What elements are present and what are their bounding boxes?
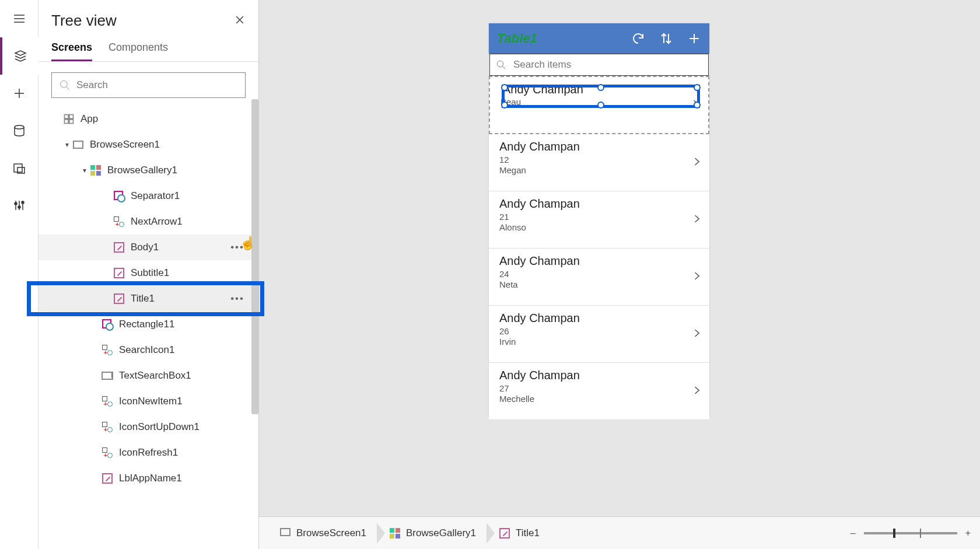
node-label: Title1 xyxy=(131,293,155,305)
left-iconbar xyxy=(0,0,38,549)
item-subtitle: 12 xyxy=(499,155,701,165)
hamburger-icon[interactable] xyxy=(0,0,38,37)
gallery-item[interactable]: Andy Champan24Neta xyxy=(489,249,709,306)
item-title: Andy Champan xyxy=(499,312,701,325)
tree-node-Subtitle1[interactable]: Subtitle1 xyxy=(38,260,258,286)
breadcrumb-label: BrowseScreen1 xyxy=(296,527,366,539)
svg-line-27 xyxy=(502,66,505,69)
zoom-slider[interactable] xyxy=(864,532,957,534)
zoom-out-button[interactable]: – xyxy=(850,528,856,538)
insert-icon[interactable] xyxy=(0,75,38,112)
node-icon: + xyxy=(102,396,113,407)
tree-search-input[interactable]: Search xyxy=(51,72,246,98)
search-icon xyxy=(59,79,71,91)
node-icon xyxy=(113,242,125,253)
node-icon xyxy=(113,293,125,305)
node-label: BrowseScreen1 xyxy=(90,139,160,151)
svg-point-5 xyxy=(15,125,24,129)
gallery-item[interactable]: Andy Champan27Mechelle xyxy=(489,363,709,420)
svg-rect-18 xyxy=(65,115,69,119)
gallery-item[interactable]: Andy Champan12Megan xyxy=(489,134,709,191)
tree-node-App[interactable]: App xyxy=(38,106,258,132)
panel-title: Tree view xyxy=(51,12,117,30)
media-icon[interactable] xyxy=(0,149,38,187)
tree-node-IconNewItem1[interactable]: +IconNewItem1 xyxy=(38,389,258,414)
chevron-down-icon[interactable]: ▾ xyxy=(62,141,72,149)
selection-box[interactable] xyxy=(502,85,700,108)
advanced-icon[interactable] xyxy=(0,187,38,224)
chevron-right-icon[interactable] xyxy=(691,213,702,227)
item-subtitle: 21 xyxy=(499,212,701,222)
tree-node-IconSortUpDown1[interactable]: +IconSortUpDown1 xyxy=(38,414,258,440)
data-icon[interactable] xyxy=(0,112,38,149)
sort-icon[interactable] xyxy=(659,32,673,46)
svg-line-17 xyxy=(66,87,69,90)
tree-node-IconRefresh1[interactable]: +IconRefresh1 xyxy=(38,440,258,466)
svg-point-16 xyxy=(61,81,68,88)
more-icon[interactable]: ••• xyxy=(230,242,244,253)
tab-components[interactable]: Components xyxy=(108,41,168,61)
chevron-down-icon[interactable]: ▾ xyxy=(79,166,90,174)
svg-point-11 xyxy=(15,202,17,205)
node-icon xyxy=(63,113,75,125)
zoom-in-button[interactable]: + xyxy=(965,528,971,538)
tree-view-panel: Tree view Screens Components Search App▾… xyxy=(38,0,259,549)
breadcrumb: BrowseScreen1BrowseGallery1Title1.crumb:… xyxy=(268,517,551,550)
node-label: LblAppName1 xyxy=(119,473,182,484)
breadcrumb-Title1[interactable]: Title1.crumb:last-child::after{display:n… xyxy=(488,517,551,550)
chevron-right-icon[interactable] xyxy=(691,384,702,398)
node-label: Separator1 xyxy=(131,190,180,202)
breadcrumb-label: Title1 xyxy=(516,527,540,539)
app-preview: Table1 Search items Andy ChampanBeauAndy… xyxy=(489,23,709,417)
node-label: App xyxy=(80,113,98,125)
chevron-right-icon[interactable] xyxy=(691,327,702,341)
tab-screens[interactable]: Screens xyxy=(51,41,92,61)
breadcrumb-BrowseScreen1[interactable]: BrowseScreen1 xyxy=(268,517,378,550)
tree-node-TextSearchBox1[interactable]: TextSearchBox1 xyxy=(38,363,258,389)
tree-node-BrowseScreen1[interactable]: ▾BrowseScreen1 xyxy=(38,132,258,158)
node-label: SearchIcon1 xyxy=(119,344,174,356)
tree: App▾BrowseScreen1▾BrowseGallery1Separato… xyxy=(38,105,258,491)
app-header: Table1 xyxy=(489,23,709,54)
node-label: BrowseGallery1 xyxy=(107,165,177,176)
chevron-right-icon[interactable] xyxy=(691,270,702,284)
node-icon xyxy=(102,473,113,484)
gallery-item[interactable]: Andy Champan21Alonso xyxy=(489,191,709,249)
panel-tabs: Screens Components xyxy=(38,33,258,62)
node-icon xyxy=(102,319,113,330)
close-icon[interactable] xyxy=(234,14,246,28)
app-search-input[interactable]: Search items xyxy=(489,54,709,76)
node-label: Rectangle11 xyxy=(119,319,174,330)
node-label: IconSortUpDown1 xyxy=(119,421,200,433)
gallery-item[interactable]: Andy ChampanBeau xyxy=(489,76,709,134)
tree-node-BrowseGallery1[interactable]: ▾BrowseGallery1 xyxy=(38,158,258,183)
item-subtitle: 27 xyxy=(499,383,701,393)
more-icon[interactable]: ••• xyxy=(230,293,244,305)
refresh-icon[interactable] xyxy=(631,32,645,46)
svg-rect-21 xyxy=(69,120,74,124)
tree-node-NextArrow1[interactable]: +NextArrow1 xyxy=(38,209,258,235)
node-label: NextArrow1 xyxy=(131,216,183,228)
status-bar: BrowseScreen1BrowseGallery1Title1.crumb:… xyxy=(259,516,980,549)
node-icon xyxy=(113,190,125,202)
add-icon[interactable] xyxy=(687,32,701,46)
tree-node-SearchIcon1[interactable]: +SearchIcon1 xyxy=(38,337,258,363)
node-icon xyxy=(72,139,84,151)
tree-node-Rectangle11[interactable]: Rectangle11 xyxy=(38,312,258,337)
node-icon: + xyxy=(113,216,125,228)
search-placeholder: Search xyxy=(76,79,108,91)
breadcrumb-BrowseGallery1[interactable]: BrowseGallery1 xyxy=(378,517,488,550)
gallery-item[interactable]: Andy Champan26Irvin xyxy=(489,306,709,363)
tree-scrollbar[interactable] xyxy=(251,99,258,414)
tree-node-Separator1[interactable]: Separator1 xyxy=(38,183,258,209)
item-subtitle: 26 xyxy=(499,326,701,336)
item-body: Neta xyxy=(499,279,701,289)
chevron-right-icon[interactable] xyxy=(691,156,702,170)
tree-node-LblAppName1[interactable]: LblAppName1 xyxy=(38,466,258,491)
svg-rect-19 xyxy=(69,115,74,119)
app-title: Table1 xyxy=(497,31,537,46)
svg-point-13 xyxy=(22,201,24,204)
tree-view-icon[interactable] xyxy=(0,37,38,75)
tree-node-Title1[interactable]: Title1••• xyxy=(38,286,258,312)
tree-node-Body1[interactable]: Body1••• xyxy=(38,235,258,260)
